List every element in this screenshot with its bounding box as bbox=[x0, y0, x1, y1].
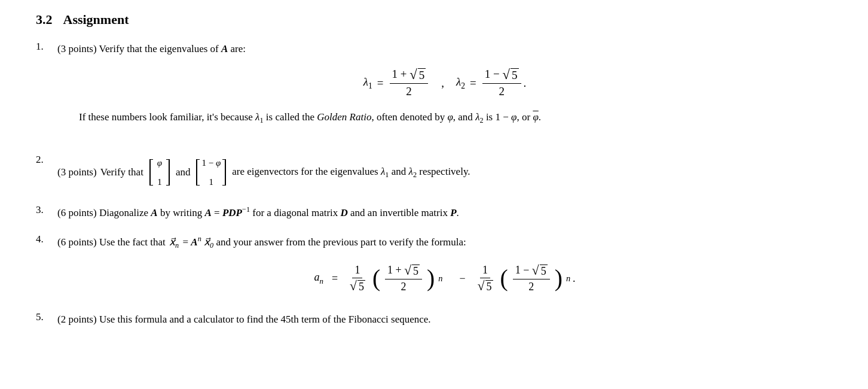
section-header: 3.2 Assignment bbox=[36, 12, 832, 28]
problem-3: 3. (6 points) Diagonalize A by writing A… bbox=[36, 204, 832, 221]
bracket-left-2 bbox=[196, 159, 200, 186]
problem-4: 4. (6 points) Use the fact that x⃗n = An… bbox=[36, 233, 832, 305]
matrix-1-row-2: 1 bbox=[155, 173, 164, 191]
big-paren-left-2: ( bbox=[500, 268, 508, 290]
problem-1-points: (3 points) bbox=[57, 43, 97, 54]
sqrt5-term1: √ 5 bbox=[404, 265, 420, 278]
eigenvector-desc: are eigenvectors for the eigenvalues λ1 … bbox=[232, 162, 470, 183]
matrix-2-cell-bot: 1 bbox=[206, 173, 216, 191]
problem-4-text: (6 points) Use the fact that x⃗n = An x⃗… bbox=[57, 233, 832, 252]
problem-1: 1. (3 points) Verify that the eigenvalue… bbox=[36, 41, 832, 141]
lambda2-numerator: 1 − √ 5 bbox=[482, 68, 521, 84]
minus-sign: − bbox=[459, 272, 465, 285]
coeff2-fraction: 1 √ 5 bbox=[475, 264, 496, 293]
section-title: Assignment bbox=[63, 12, 129, 28]
problem-2-text: (3 points) Verify that φ 1 and bbox=[57, 154, 832, 191]
lambda1-numerator: 1 + √ 5 bbox=[390, 68, 429, 84]
coeff1-den: √ 5 bbox=[347, 278, 368, 293]
big-paren-right-2: ) bbox=[555, 268, 563, 290]
big-paren-right-1: ) bbox=[427, 268, 435, 290]
problem-3-content: (6 points) Diagonalize A by writing A = … bbox=[57, 204, 832, 221]
coeff1-num: 1 bbox=[352, 264, 362, 278]
sqrt5-coeff1: √ 5 bbox=[350, 280, 365, 293]
problem-2-number: 2. bbox=[36, 154, 53, 166]
exp-n-2: n bbox=[566, 273, 570, 284]
sqrt5-lambda1: √ 5 bbox=[409, 68, 426, 82]
problem-list: 1. (3 points) Verify that the eigenvalue… bbox=[36, 41, 832, 327]
coeff1-fraction: 1 √ 5 bbox=[347, 264, 368, 293]
problem-5-content: (2 points) Use this formula and a calcul… bbox=[57, 311, 832, 327]
problem-2: 2. (3 points) Verify that φ 1 bbox=[36, 154, 832, 191]
problem-1-paragraph: If these numbers look familiar, it's bec… bbox=[57, 109, 832, 127]
problem-3-points: (6 points) bbox=[57, 206, 97, 218]
exp-n-1: n bbox=[438, 273, 442, 284]
problem-1-text: (3 points) Verify that the eigenvalues o… bbox=[57, 41, 832, 57]
matrix-1-cell-phi: φ bbox=[155, 154, 164, 172]
and-text: and bbox=[176, 162, 191, 183]
big-paren-left-1: ( bbox=[372, 268, 380, 290]
matrix-A-ref: A bbox=[221, 43, 228, 54]
matrix-1-cells: φ 1 bbox=[155, 154, 164, 191]
eigenvalue-formula: λ1 = 1 + √ 5 2 , λ2 = bbox=[57, 68, 832, 98]
problem-5: 5. (2 points) Use this formula and a cal… bbox=[36, 311, 832, 327]
period: . bbox=[573, 272, 576, 285]
term2-den: 2 bbox=[526, 279, 536, 293]
sqrt5-term2: √ 5 bbox=[532, 265, 548, 278]
problem-2-text-verify: Verify that bbox=[100, 162, 143, 183]
problem-5-points: (2 points) bbox=[57, 314, 97, 325]
sqrt5-coeff2: √ 5 bbox=[478, 280, 493, 293]
matrix-2-row-1: 1 − φ bbox=[201, 154, 221, 172]
matrix-2-cell-top: 1 − φ bbox=[201, 154, 221, 172]
matrix-2-row-2: 1 bbox=[206, 173, 216, 191]
term2-fraction: 1 − √ 5 2 bbox=[513, 264, 550, 293]
problem-4-number: 4. bbox=[36, 233, 53, 245]
problem-5-number: 5. bbox=[36, 311, 53, 323]
problem-2-points: (3 points) bbox=[57, 162, 97, 183]
problem-3-text: (6 points) Diagonalize A by writing A = … bbox=[57, 204, 832, 221]
problem-1-number: 1. bbox=[36, 41, 53, 53]
lambda1-label: λ1 bbox=[363, 75, 372, 91]
problem-3-number: 3. bbox=[36, 204, 53, 216]
xvec-n: x⃗ bbox=[169, 234, 175, 250]
matrix-2-cells: 1 − φ 1 bbox=[201, 154, 221, 191]
xvec-0: x⃗ bbox=[204, 236, 210, 248]
problem-4-content: (6 points) Use the fact that x⃗n = An x⃗… bbox=[57, 233, 832, 305]
term1-fraction: 1 + √ 5 2 bbox=[385, 264, 422, 293]
eigenvector-1: φ 1 bbox=[149, 154, 170, 191]
problem-5-text: (2 points) Use this formula and a calcul… bbox=[57, 311, 832, 327]
lambda1-fraction: 1 + √ 5 2 bbox=[390, 68, 429, 98]
section-number: 3.2 bbox=[36, 12, 53, 28]
eigenvector-2: 1 − φ 1 bbox=[196, 154, 226, 191]
matrix-1-cell-1: 1 bbox=[155, 173, 164, 191]
an-label: an bbox=[314, 271, 323, 286]
formula-row: an = 1 √ 5 ( bbox=[314, 264, 575, 293]
problem-2-content: (3 points) Verify that φ 1 and bbox=[57, 154, 832, 191]
term2-num: 1 − √ 5 bbox=[513, 264, 550, 279]
bracket-right-2 bbox=[222, 159, 226, 186]
bracket-right-1 bbox=[166, 159, 170, 186]
coeff2-den: √ 5 bbox=[475, 278, 496, 293]
problem-4-points: (6 points) bbox=[57, 236, 97, 248]
problem-1-content: (3 points) Verify that the eigenvalues o… bbox=[57, 41, 832, 141]
fibonacci-formula: an = 1 √ 5 ( bbox=[57, 264, 832, 293]
lambda1-denominator: 2 bbox=[404, 84, 414, 98]
term1-den: 2 bbox=[399, 279, 409, 293]
lambda2-label: λ2 bbox=[456, 75, 465, 91]
matrix-1-row-1: φ bbox=[155, 154, 164, 172]
coeff2-num: 1 bbox=[480, 264, 490, 278]
lambda2-fraction: 1 − √ 5 2 bbox=[482, 68, 521, 98]
term1-num: 1 + √ 5 bbox=[385, 264, 422, 279]
bracket-left-1 bbox=[149, 159, 153, 186]
lambda2-denominator: 2 bbox=[496, 84, 507, 98]
sqrt5-lambda2: √ 5 bbox=[503, 68, 519, 82]
